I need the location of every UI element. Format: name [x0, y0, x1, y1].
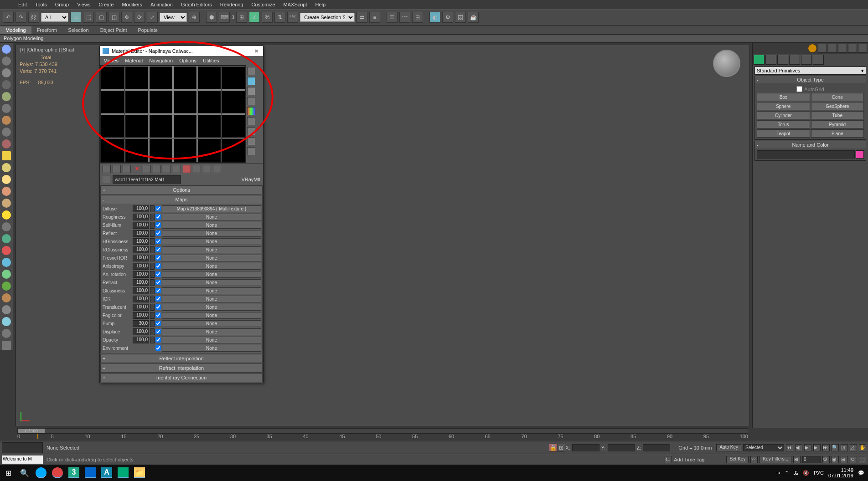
autogrid-checkbox[interactable] — [796, 86, 802, 92]
map-enable-checkbox[interactable] — [155, 239, 161, 244]
ref-coord-dropdown[interactable]: View — [160, 13, 187, 22]
map-amount[interactable]: 100,0 — [133, 304, 149, 311]
map-amount[interactable]: 100,0 — [133, 222, 149, 229]
leftbar-expand-icon[interactable] — [2, 341, 11, 350]
eyedropper-icon[interactable] — [103, 176, 110, 183]
keyfilters-button[interactable]: Key Filters... — [760, 456, 791, 463]
viewport-ao-icon[interactable] — [828, 44, 837, 53]
map-enable-checkbox[interactable] — [155, 247, 161, 252]
rollout-refract-interp[interactable]: +Refract interpolation — [101, 364, 262, 372]
angle-snap-icon[interactable]: ∠ — [249, 12, 260, 23]
material-slot[interactable] — [125, 114, 149, 138]
map-enable-checkbox[interactable] — [155, 345, 161, 351]
spinner-icon[interactable] — [150, 337, 155, 343]
map-amount[interactable]: 100,0 — [133, 246, 149, 253]
make-unique-icon[interactable] — [153, 165, 161, 173]
map-amount[interactable]: 100,0 — [133, 271, 149, 278]
show-end-icon[interactable] — [193, 165, 201, 173]
material-slot[interactable] — [125, 90, 149, 114]
primitive-tube-button[interactable]: Tube — [811, 111, 864, 119]
snap-icon[interactable]: ⊞ — [236, 12, 247, 23]
sample-uv-icon[interactable] — [247, 97, 255, 105]
leftbar-icon[interactable] — [2, 92, 11, 101]
percent-snap-icon[interactable]: % — [262, 12, 273, 23]
spinner-icon[interactable] — [150, 214, 155, 220]
map-slot-button[interactable]: None — [162, 287, 261, 294]
render-frame-icon[interactable]: 🖼 — [455, 12, 466, 23]
map-slot-button[interactable]: None — [162, 222, 261, 229]
make-preview-icon[interactable] — [247, 117, 255, 125]
map-slot-button[interactable]: None — [162, 230, 261, 237]
nav-zoom-icon[interactable]: 🔍 — [832, 444, 839, 451]
map-enable-checkbox[interactable] — [155, 288, 161, 293]
time-slider[interactable]: 0 / 100 — [17, 428, 748, 434]
menu-modifiers[interactable]: Modifiers — [122, 2, 142, 7]
sample-type-icon[interactable] — [247, 67, 255, 75]
backlight-icon[interactable] — [247, 77, 255, 85]
scale-icon[interactable]: ⤢ — [147, 12, 158, 23]
material-slot[interactable] — [149, 114, 173, 138]
manipulate-icon[interactable]: ⬢ — [206, 12, 217, 23]
make-copy-icon[interactable] — [143, 165, 151, 173]
map-enable-checkbox[interactable] — [155, 329, 161, 334]
current-frame-input[interactable] — [802, 456, 821, 463]
material-slot[interactable] — [173, 138, 197, 162]
material-editor-icon[interactable]: ◐ — [429, 12, 440, 23]
material-editor-titlebar[interactable]: Material Editor - Napilnaya Calwac... ✕ — [100, 46, 263, 56]
leftbar-icon[interactable] — [2, 104, 11, 113]
map-slot-button[interactable]: None — [162, 263, 261, 270]
leftbar-icon[interactable] — [2, 116, 11, 125]
taskbar-3dsmax-icon[interactable]: 3 — [68, 467, 79, 478]
leftbar-icon[interactable] — [2, 258, 11, 267]
window-cross-icon[interactable]: ◫ — [108, 12, 119, 23]
background-icon[interactable] — [247, 87, 255, 95]
nav-zoomext-icon[interactable]: ⊞ — [841, 456, 848, 463]
menu-rendering[interactable]: Rendering — [220, 2, 243, 7]
timetag-icon[interactable]: 🏷 — [665, 456, 672, 463]
tray-volume-icon[interactable]: 🔇 — [803, 470, 809, 476]
keyboard-icon[interactable]: ⌨ — [219, 12, 230, 23]
nav-orbit-icon[interactable]: ◉ — [832, 456, 839, 463]
menu-group[interactable]: Group — [55, 2, 69, 7]
primitive-cone-button[interactable]: Cone — [811, 93, 864, 101]
mat-effects-icon[interactable] — [173, 165, 181, 173]
rollout-options[interactable]: +Options — [101, 186, 262, 194]
material-slot[interactable] — [173, 114, 197, 138]
leftbar-icon[interactable] — [2, 210, 11, 220]
search-icon[interactable]: 🔍 — [16, 465, 33, 481]
options-icon[interactable] — [247, 127, 255, 135]
time-config-icon[interactable]: ⚙ — [822, 456, 830, 463]
map-enable-checkbox[interactable] — [155, 214, 161, 220]
motion-tab-icon[interactable] — [789, 55, 800, 65]
material-slot[interactable] — [197, 66, 221, 90]
spinner-icon[interactable] — [150, 271, 155, 278]
tray-notifications-icon[interactable]: 💬 — [858, 470, 864, 476]
map-amount[interactable]: 100,0 — [133, 296, 149, 302]
move-icon[interactable]: ✥ — [121, 12, 132, 23]
map-slot-button[interactable]: None — [162, 214, 261, 220]
nav-arc-icon[interactable]: ⟲ — [850, 456, 857, 463]
prev-frame-icon[interactable]: ◀ — [795, 444, 802, 451]
create-tab-icon[interactable] — [754, 55, 765, 65]
primitive-sphere-button[interactable]: Sphere — [757, 102, 810, 110]
spinner-icon[interactable] — [150, 287, 155, 294]
map-enable-checkbox[interactable] — [155, 263, 161, 269]
close-icon[interactable]: ✕ — [252, 48, 260, 54]
align-icon[interactable]: ≡ — [369, 12, 380, 23]
reset-map-icon[interactable]: ✕ — [133, 165, 141, 173]
select-by-mat-icon[interactable] — [247, 137, 255, 145]
pivot-icon[interactable]: ⊕ — [189, 12, 200, 23]
z-input[interactable] — [643, 444, 670, 451]
map-slot-button[interactable]: None — [162, 271, 261, 278]
spinner-icon[interactable] — [150, 304, 155, 311]
map-slot-button[interactable]: None — [162, 255, 261, 261]
leftbar-icon[interactable] — [2, 151, 11, 160]
menu-grapheditors[interactable]: Graph Editors — [181, 2, 212, 7]
map-enable-checkbox[interactable] — [155, 280, 161, 285]
key-target-dropdown[interactable]: Selected — [743, 444, 784, 451]
leftbar-icon[interactable] — [2, 45, 11, 54]
map-slot-button[interactable]: None — [162, 238, 261, 245]
map-enable-checkbox[interactable] — [155, 222, 161, 228]
rollout-mental-ray[interactable]: +mental ray Connection — [101, 374, 262, 382]
ribbon-tab-objectpaint[interactable]: Object Paint — [94, 26, 133, 34]
